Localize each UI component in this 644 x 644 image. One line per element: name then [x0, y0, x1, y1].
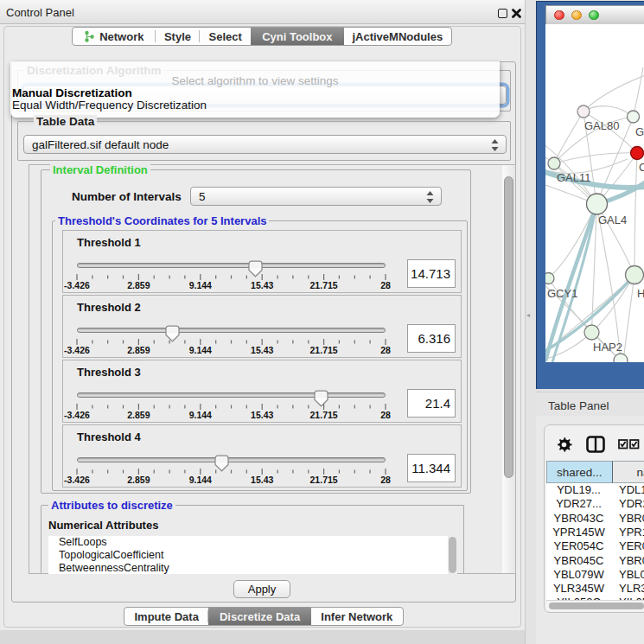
svg-text:GCY1: GCY1 [547, 287, 577, 300]
svg-text:GA: GA [635, 125, 644, 138]
svg-text:H: H [637, 287, 644, 300]
svg-text:GAL11: GAL11 [557, 171, 591, 184]
svg-text:HAP2: HAP2 [593, 341, 622, 354]
svg-text:GAL80: GAL80 [584, 119, 619, 132]
svg-text:C: C [639, 161, 644, 174]
svg-text:GAL4: GAL4 [598, 214, 627, 226]
